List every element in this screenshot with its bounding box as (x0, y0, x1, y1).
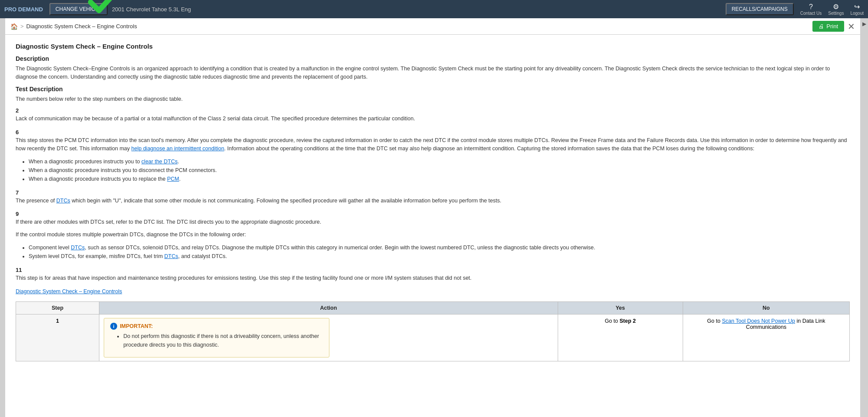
breadcrumb-separator: > (20, 23, 24, 30)
nav-icons: ? Contact Us ⚙ Settings ↪ Logout (800, 3, 864, 16)
right-arrow-icon[interactable]: ▶ (862, 21, 866, 27)
important-label: IMPORTANT: (120, 323, 153, 329)
col-step: Step (16, 301, 99, 314)
table-header-row: Step Action Yes No (16, 301, 850, 314)
step-6-text: This step stores the PCM DTC information… (16, 136, 850, 153)
step-6-number: 6 (16, 129, 850, 136)
checkmark-overlay (87, 0, 117, 19)
step-11-number: 11 (16, 267, 850, 273)
step-2-text: Lack of communication may be because of … (16, 115, 850, 123)
home-icon[interactable]: 🏠 (10, 23, 18, 30)
step-9-bullets: Component level DTCs, such as sensor DTC… (29, 243, 850, 261)
description-heading: Description (16, 55, 850, 62)
step-2-block: 2 Lack of communication may be because o… (16, 107, 850, 123)
main-area: 🏠 > Diagnostic System Check – Engine Con… (0, 18, 868, 417)
contact-us-icon[interactable]: ? Contact Us (800, 3, 822, 16)
recalls-button[interactable]: RECALLS/CAMPAIGNS (726, 3, 794, 15)
col-no: No (683, 301, 849, 314)
diagnostic-table: Step Action Yes No 1 i (16, 301, 850, 361)
test-description-heading: Test Description (16, 86, 850, 93)
step-9-text1: If there are other modules with DTCs set… (16, 218, 850, 226)
document-title: Diagnostic System Check – Engine Control… (16, 43, 850, 50)
top-nav: PRO DEMAND CHANGE VEHICLE 2001 Chevrolet… (0, 0, 868, 18)
right-side-panel: ▶ (860, 18, 868, 417)
doc-link[interactable]: Diagnostic System Check – Engine Control… (16, 288, 850, 295)
col-yes: Yes (558, 301, 683, 314)
description-text: The Diagnostic System Check–Engine Contr… (16, 65, 850, 81)
breadcrumb-left: 🏠 > Diagnostic System Check – Engine Con… (10, 23, 137, 30)
left-thin-bar (0, 18, 5, 417)
step-9-text2: If the control module stores multiple po… (16, 231, 850, 239)
printer-icon: 🖨 (819, 23, 824, 30)
row-1-action: i IMPORTANT: Do not perform this diagnos… (99, 314, 558, 361)
breadcrumb-bar: 🏠 > Diagnostic System Check – Engine Con… (5, 18, 860, 35)
breadcrumb-right: 🖨 Print ✕ (812, 21, 855, 32)
row-1-yes: Go to Step 2 (558, 314, 683, 361)
col-action: Action (99, 301, 558, 314)
scan-tool-link[interactable]: Scan Tool Does Not Power Up (722, 318, 795, 324)
content-wrapper: 🏠 > Diagnostic System Check – Engine Con… (5, 18, 860, 417)
close-button[interactable]: ✕ (848, 22, 855, 31)
print-button[interactable]: 🖨 Print (812, 21, 844, 32)
bullet-6-1: When a diagnostic procedures instructs y… (29, 157, 850, 166)
step-6-block: 6 This step stores the PCM DTC informati… (16, 129, 850, 183)
vehicle-info: 2001 Chevrolet Tahoe 5.3L Eng (112, 6, 726, 13)
step-2-number: 2 (16, 107, 850, 114)
step-9-number: 9 (16, 211, 850, 217)
row-1-no: Go to Scan Tool Does Not Power Up in Dat… (683, 314, 849, 361)
important-bullets: Do not perform this diagnostic if there … (123, 332, 323, 349)
test-desc-intro: The numbers below refer to the step numb… (16, 95, 850, 103)
content-panel[interactable]: Diagnostic System Check – Engine Control… (5, 35, 860, 417)
info-icon: i (110, 323, 117, 330)
row-1-step: 1 (16, 314, 99, 361)
bullet-9-1: Component level DTCs, such as sensor DTC… (29, 243, 850, 252)
step-11-block: 11 This step is for areas that have insp… (16, 267, 850, 282)
bullet-6-2: When a diagnostic procedure instructs yo… (29, 166, 850, 175)
table-row: 1 i IMPORTANT: Do not perform this diagn… (16, 314, 850, 361)
important-bullet: Do not perform this diagnostic if there … (123, 332, 323, 349)
important-box: i IMPORTANT: Do not perform this diagnos… (104, 318, 329, 357)
pro-demand-logo[interactable]: PRO DEMAND (4, 6, 43, 13)
logout-icon[interactable]: ↪ Logout (850, 3, 864, 16)
step-7-text: The presence of DTCs which begin with "U… (16, 197, 850, 205)
breadcrumb-text: Diagnostic System Check – Engine Control… (26, 23, 137, 30)
settings-icon[interactable]: ⚙ Settings (828, 3, 844, 16)
bullet-9-2: System level DTCs, for example, misfire … (29, 252, 850, 261)
step-7-number: 7 (16, 189, 850, 196)
step-7-block: 7 The presence of DTCs which begin with … (16, 189, 850, 205)
important-header: i IMPORTANT: (110, 323, 323, 330)
step-6-bullets: When a diagnostic procedures instructs y… (29, 157, 850, 183)
step-9-block: 9 If there are other modules with DTCs s… (16, 211, 850, 261)
step-11-text: This step is for areas that have inspect… (16, 274, 850, 282)
bullet-6-3: When a diagnostic procedure instructs yo… (29, 175, 850, 183)
